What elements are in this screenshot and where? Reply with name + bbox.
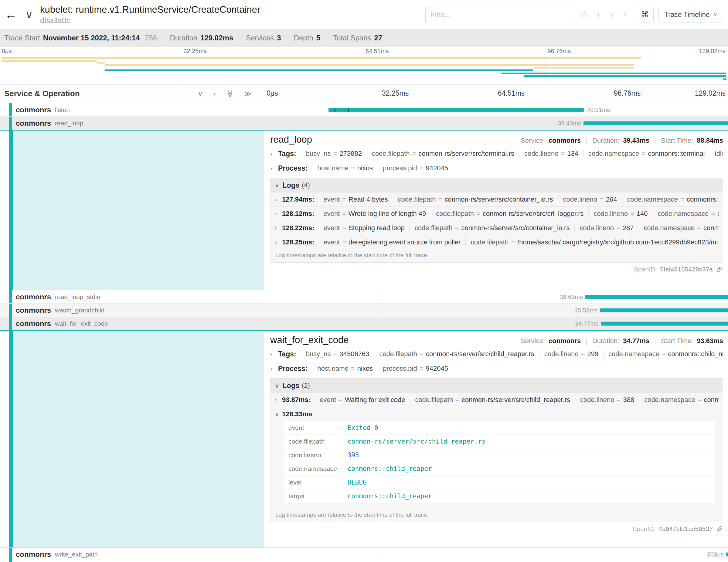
title-block: kubelet: runtime.v1.RuntimeService/Creat… — [40, 4, 260, 25]
locate-match-icon[interactable]: ⊙ — [578, 10, 592, 19]
tick-label: 96.76ms — [614, 89, 641, 97]
table-row: code.filepath conmon-rs/server/src/child… — [284, 435, 715, 448]
collapse-one-icon[interactable]: ∨ — [198, 90, 203, 98]
table-row: level DEBUG — [284, 476, 715, 489]
table-row: code.namespace conmonrs::child_reaper — [284, 462, 715, 476]
log-entry[interactable]: › 127.94ms: event=Read 4 bytes code.file… — [270, 192, 723, 206]
span-bar[interactable] — [600, 308, 728, 312]
log-fields-table: event Exited 0 code.filepath conmon-rs/s… — [284, 421, 715, 503]
span-id-row: SpanID: 5faf48165428c37a — [270, 266, 723, 273]
span-timeline-cell[interactable]: 39.43ms — [264, 117, 728, 130]
prev-match-icon[interactable]: ∧ — [592, 10, 605, 19]
chevron-down-icon: ∨ — [275, 411, 282, 418]
span-id-row: SpanID: 4a947cfd1ce59537 — [270, 525, 723, 533]
detail-indent-fill — [13, 331, 264, 547]
span-bar[interactable] — [601, 322, 728, 326]
span-timeline-cell[interactable]: 303μs — [264, 548, 728, 561]
span-bar[interactable] — [328, 108, 583, 112]
operation-name: listen — [55, 106, 70, 114]
span-timeline-cell[interactable]: 35.58ms — [264, 304, 728, 317]
span-name-cell[interactable]: conmonrs listen — [0, 103, 264, 116]
tags-row[interactable]: › Tags: busy_ns=34506763 code.filepath=c… — [270, 348, 723, 360]
tick-label: 32.25ms — [183, 48, 207, 55]
logs-section: ∨ Logs (4) › 127.94ms: event=Read 4 byte… — [270, 178, 723, 263]
chevron-right-icon: › — [275, 196, 282, 203]
trace-id: d8a3a0c — [40, 16, 260, 25]
minimap-canvas[interactable] — [0, 55, 728, 84]
tick-label: 32.25ms — [382, 89, 409, 97]
timeline-table-header: Service & Operation ∨ › ≫ ≫ 0μs 32.25ms … — [0, 84, 728, 103]
collapse-all-icon[interactable]: ≫ — [226, 90, 234, 97]
next-match-icon[interactable]: ∨ — [605, 10, 618, 19]
trace-minimap: 0μs 32.25ms 64.51ms 96.76ms 129.02ms — [0, 47, 728, 84]
detail-indent-cell — [0, 131, 264, 290]
span-id-value: 5faf48165428c37a — [660, 266, 713, 273]
expand-all-icon[interactable]: ≫ — [244, 90, 252, 98]
logs-header[interactable]: ∨ Logs (2) — [270, 379, 723, 393]
span-timeline-cell[interactable]: 70.91ms — [264, 103, 728, 116]
span-bar[interactable] — [726, 552, 728, 556]
collapse-header-icon[interactable]: ∨ — [22, 9, 36, 21]
find-input[interactable] — [425, 6, 574, 23]
span-name-cell[interactable]: conmonrs wait_for_exit_code — [0, 317, 264, 330]
span-row-read-loop-stdin[interactable]: conmonrs read_loop_stdin 39.69ms — [0, 290, 728, 304]
tick-label: 0μs — [267, 89, 278, 97]
logs-header[interactable]: ∨ Logs (4) — [270, 178, 723, 192]
process-row[interactable]: › Process: host.name=nixos process.pid=9… — [270, 162, 723, 174]
tick-label: 96.76ms — [547, 48, 571, 55]
clear-search-icon[interactable]: × — [618, 10, 632, 19]
log-entry[interactable]: › 128.22ms: event=Stopping read loop cod… — [270, 221, 723, 235]
trace-viewer: ← ∨ kubelet: runtime.v1.RuntimeService/C… — [0, 0, 728, 562]
trace-timeline-label: Trace Timeline — [664, 11, 710, 19]
back-button[interactable]: ← — [0, 0, 22, 29]
tags-row[interactable]: › Tags: busy_ns=273882 code.filepath=con… — [270, 148, 723, 160]
chevron-down-icon: ∨ — [275, 182, 283, 189]
chevron-right-icon: › — [270, 150, 278, 157]
service-name: conmonrs — [16, 119, 51, 128]
span-timeline-cell[interactable]: 34.77ms — [264, 317, 728, 330]
span-name-cell[interactable]: conmonrs watch_grandchild — [0, 304, 264, 317]
log-entry[interactable]: › 128.12ms: event=Wrote log line of leng… — [270, 206, 723, 221]
log-entry-expanded[interactable]: ∨ 128.33ms event Exited 0 code.filepath … — [270, 407, 723, 509]
span-detail-wait-for-exit-code: wait_for_exit_code Service:conmonrs | Du… — [0, 330, 728, 548]
tick-label: 64.51ms — [498, 89, 525, 97]
span-row-wait-for-exit-code[interactable]: conmonrs wait_for_exit_code 34.77ms — [0, 317, 728, 330]
keyboard-shortcuts-button[interactable]: ⌘ — [636, 7, 654, 22]
span-duration-label: 34.77ms — [575, 320, 598, 327]
tick-label: 0μs — [2, 48, 12, 55]
link-icon[interactable] — [716, 266, 723, 273]
tick-label: 129.02ms — [695, 89, 726, 97]
service-color-stripe — [9, 290, 12, 303]
process-row[interactable]: › Process: host.name=nixos process.pid=9… — [270, 363, 723, 375]
service-color-stripe — [9, 317, 12, 330]
log-entry[interactable]: › 93.87ms: event=Waiting for exit code c… — [270, 393, 723, 407]
span-row-listen[interactable]: conmonrs listen 70.91ms — [0, 103, 728, 117]
timeline-ruler: 0μs 32.25ms 64.51ms 96.76ms 129.02ms — [264, 84, 728, 103]
span-row-watch-grandchild[interactable]: conmonrs watch_grandchild 35.58ms — [0, 304, 728, 317]
service-color-stripe — [9, 131, 13, 290]
span-bar[interactable] — [583, 121, 728, 125]
chevron-right-icon: › — [270, 165, 278, 172]
span-duration-label: 303μs — [707, 551, 724, 558]
service-color-stripe — [9, 331, 13, 547]
span-name-cell[interactable]: conmonrs read_loop_stdin — [0, 290, 264, 303]
trace-timeline-dropdown[interactable]: Trace Timeline ∨ — [658, 7, 723, 22]
span-bar[interactable] — [585, 295, 728, 299]
truncated-tag: idle_n… — [715, 150, 723, 158]
service-color-stripe — [9, 548, 12, 561]
operation-name: wait_for_exit_code — [55, 320, 108, 327]
operation-name: watch_grandchild — [55, 307, 104, 314]
trace-start: Trace Start November 15 2022, 11:24:14.7… — [4, 34, 157, 42]
operation-name: write_exit_path — [55, 551, 98, 558]
expand-one-icon[interactable]: › — [213, 90, 216, 98]
link-icon[interactable] — [716, 525, 723, 533]
chevron-right-icon: › — [275, 239, 282, 246]
span-name-cell[interactable]: conmonrs read_loop — [0, 117, 264, 130]
service-name: conmonrs — [16, 293, 51, 301]
span-row-write-exit-path[interactable]: conmonrs write_exit_path 303μs — [0, 548, 728, 561]
log-entry[interactable]: › 128.25ms: event=deregistering event so… — [270, 235, 723, 249]
span-name-cell[interactable]: conmonrs write_exit_path — [0, 548, 264, 561]
span-row-read-loop[interactable]: conmonrs read_loop 39.43ms — [0, 117, 728, 130]
span-timeline-cell[interactable]: 39.69ms — [264, 290, 728, 303]
detail-header: read_loop Service:conmonrs | Duration:39… — [270, 134, 723, 145]
